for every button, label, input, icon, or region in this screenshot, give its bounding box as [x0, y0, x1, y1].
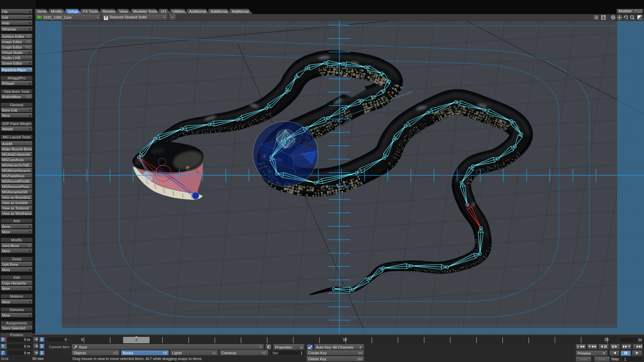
svg-text:Items: Items: [37, 9, 47, 13]
svg-text:Utilities: Utilities: [172, 9, 185, 13]
svg-text:Additional: Additional: [232, 9, 249, 13]
svg-text:I/O: I/O: [161, 9, 166, 13]
svg-text:Modeler Tools: Modeler Tools: [133, 9, 157, 13]
svg-text:FX Tools: FX Tools: [83, 9, 98, 13]
svg-text:Additional: Additional: [211, 9, 228, 13]
svg-text:Additional: Additional: [189, 9, 206, 13]
svg-text:Render: Render: [103, 9, 115, 13]
svg-text:View: View: [119, 9, 128, 13]
svg-text:Setup: Setup: [68, 9, 78, 13]
svg-text:Modify: Modify: [51, 9, 62, 13]
